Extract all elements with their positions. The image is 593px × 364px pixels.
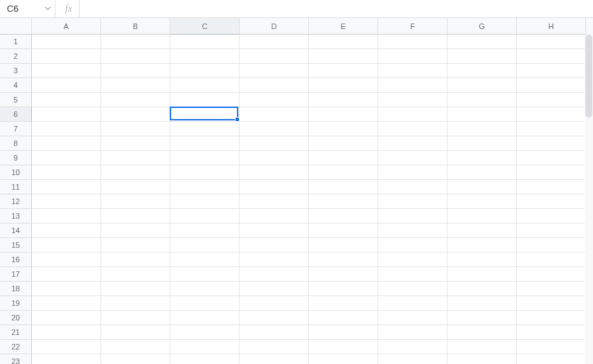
cell-A20[interactable] <box>32 311 101 325</box>
cell-E4[interactable] <box>309 78 378 93</box>
cell-A21[interactable] <box>32 325 101 340</box>
row-header-10[interactable]: 10 <box>0 165 32 180</box>
cell-E15[interactable] <box>309 238 378 253</box>
cell-C20[interactable] <box>170 311 240 325</box>
cell-B7[interactable] <box>101 122 170 136</box>
cell-F16[interactable] <box>378 253 448 267</box>
cell-F11[interactable] <box>378 180 448 194</box>
cell-A3[interactable] <box>32 64 101 78</box>
cell-G8[interactable] <box>448 136 517 151</box>
cell-G5[interactable] <box>448 93 517 107</box>
cell-B22[interactable] <box>101 340 170 354</box>
cell-F8[interactable] <box>378 136 448 151</box>
cell-A22[interactable] <box>32 340 101 354</box>
cell-F1[interactable] <box>378 35 448 49</box>
cell-C16[interactable] <box>170 253 240 267</box>
cell-H18[interactable] <box>517 282 586 296</box>
cell-F6[interactable] <box>378 107 448 122</box>
cell-G16[interactable] <box>448 253 517 267</box>
cell-H4[interactable] <box>517 78 586 93</box>
cell-E14[interactable] <box>309 224 378 238</box>
cell-D9[interactable] <box>240 151 309 165</box>
cell-H23[interactable] <box>517 354 586 364</box>
cell-F20[interactable] <box>378 311 448 325</box>
cell-D23[interactable] <box>240 354 309 364</box>
column-header-F[interactable]: F <box>378 18 448 35</box>
cells-area[interactable] <box>32 35 593 364</box>
row-header-9[interactable]: 9 <box>0 151 32 165</box>
row-header-2[interactable]: 2 <box>0 49 32 64</box>
row-header-17[interactable]: 17 <box>0 267 32 282</box>
cell-F3[interactable] <box>378 64 448 78</box>
cell-F13[interactable] <box>378 209 448 224</box>
cell-E19[interactable] <box>309 296 378 311</box>
cell-D15[interactable] <box>240 238 309 253</box>
cell-B20[interactable] <box>101 311 170 325</box>
column-header-B[interactable]: B <box>101 18 170 35</box>
cell-H9[interactable] <box>517 151 586 165</box>
row-header-15[interactable]: 15 <box>0 238 32 253</box>
cell-D5[interactable] <box>240 93 309 107</box>
cell-B9[interactable] <box>101 151 170 165</box>
row-header-1[interactable]: 1 <box>0 35 32 49</box>
cell-A7[interactable] <box>32 122 101 136</box>
cell-E3[interactable] <box>309 64 378 78</box>
cell-C22[interactable] <box>170 340 240 354</box>
cell-E12[interactable] <box>309 194 378 209</box>
cell-G15[interactable] <box>448 238 517 253</box>
cell-C14[interactable] <box>170 224 240 238</box>
cell-D18[interactable] <box>240 282 309 296</box>
cell-C6[interactable] <box>170 107 240 122</box>
cell-G4[interactable] <box>448 78 517 93</box>
column-header-C[interactable]: C <box>170 18 240 35</box>
cell-C11[interactable] <box>170 180 240 194</box>
cell-B14[interactable] <box>101 224 170 238</box>
cell-F12[interactable] <box>378 194 448 209</box>
cell-H10[interactable] <box>517 165 586 180</box>
cell-G7[interactable] <box>448 122 517 136</box>
cell-B5[interactable] <box>101 93 170 107</box>
row-header-3[interactable]: 3 <box>0 64 32 78</box>
cell-F23[interactable] <box>378 354 448 364</box>
cell-A16[interactable] <box>32 253 101 267</box>
cell-G2[interactable] <box>448 49 517 64</box>
cell-C13[interactable] <box>170 209 240 224</box>
cell-E17[interactable] <box>309 267 378 282</box>
cell-B6[interactable] <box>101 107 170 122</box>
cell-H8[interactable] <box>517 136 586 151</box>
cell-C18[interactable] <box>170 282 240 296</box>
cell-B16[interactable] <box>101 253 170 267</box>
cell-D13[interactable] <box>240 209 309 224</box>
cell-E8[interactable] <box>309 136 378 151</box>
cell-H2[interactable] <box>517 49 586 64</box>
cell-A10[interactable] <box>32 165 101 180</box>
cell-D1[interactable] <box>240 35 309 49</box>
cell-B18[interactable] <box>101 282 170 296</box>
cell-D21[interactable] <box>240 325 309 340</box>
cell-H12[interactable] <box>517 194 586 209</box>
row-header-19[interactable]: 19 <box>0 296 32 311</box>
cell-F4[interactable] <box>378 78 448 93</box>
cell-F9[interactable] <box>378 151 448 165</box>
cell-A8[interactable] <box>32 136 101 151</box>
cell-A5[interactable] <box>32 93 101 107</box>
row-header-11[interactable]: 11 <box>0 180 32 194</box>
cell-G6[interactable] <box>448 107 517 122</box>
cell-B4[interactable] <box>101 78 170 93</box>
cell-G3[interactable] <box>448 64 517 78</box>
cell-F18[interactable] <box>378 282 448 296</box>
cell-C12[interactable] <box>170 194 240 209</box>
name-box[interactable]: C6 <box>0 0 55 17</box>
cell-B8[interactable] <box>101 136 170 151</box>
cell-G13[interactable] <box>448 209 517 224</box>
cell-B19[interactable] <box>101 296 170 311</box>
cell-B11[interactable] <box>101 180 170 194</box>
cell-D19[interactable] <box>240 296 309 311</box>
cell-G23[interactable] <box>448 354 517 364</box>
cell-A19[interactable] <box>32 296 101 311</box>
row-header-13[interactable]: 13 <box>0 209 32 224</box>
cell-H14[interactable] <box>517 224 586 238</box>
row-header-20[interactable]: 20 <box>0 311 32 325</box>
row-header-12[interactable]: 12 <box>0 194 32 209</box>
cell-C21[interactable] <box>170 325 240 340</box>
